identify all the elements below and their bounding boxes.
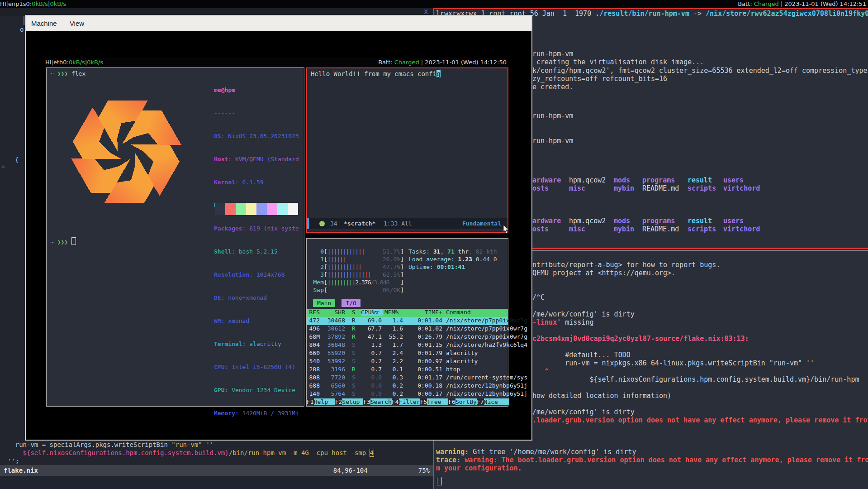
vm-terminal-window[interactable]: ~ ❯❯❯ flex: [46, 67, 304, 407]
htop-tab-main[interactable]: Main: [313, 299, 335, 307]
terminal-line: trace: warning: The boot.loader.grub.ver…: [436, 456, 868, 465]
vm-battery-status: Charged: [394, 59, 419, 66]
code-line: ${self.nixosConfigurations.hpm.config.sy…: [0, 449, 374, 457]
menu-machine[interactable]: Machine: [26, 16, 62, 31]
fkey-tree[interactable]: F5Tree: [420, 398, 449, 405]
vm-battery-clock: Batt: Charged | 2023-11-01 (Wed) 14:12:5…: [378, 58, 508, 67]
code-fragment: {: [15, 156, 19, 163]
terminal-line: QEMU project at <https://qemu.org>.: [532, 269, 675, 278]
qemu-vm-window[interactable]: Machine View HI | eth0: 0kB/s|0kB/s Batt…: [25, 15, 532, 441]
process-row[interactable]: 49630612R67.71.60:01.02/nix/store/p7pp0i…: [307, 325, 508, 333]
warning-icon: ⚠: [1, 163, 5, 169]
terminal-line: warning: Git tree '/home/me/work/config'…: [436, 448, 636, 456]
process-row[interactable]: 47230468R69.01.40:01.04/nix/store/p7pp0i…: [307, 317, 508, 325]
fkey-help[interactable]: F1Help: [307, 398, 335, 405]
process-row[interactable]: 6886560S0.00.20:00.18/nix/store/12bynbp6…: [307, 382, 508, 390]
vm-display[interactable]: HI | eth0: 0kB/s|0kB/s Batt: Charged | 2…: [45, 58, 508, 406]
terminal-line: k/config/hpm.qcow2', fmt=qcow2 cluster_s…: [532, 67, 868, 75]
cpu-meter-3: 3[||||||||||||||62.5%]: [312, 271, 404, 278]
terminal-line: /^C: [532, 293, 545, 302]
host-status-bar: HI | enp1s0: 0kB/s|0kB/s Batt: Charged |…: [0, 0, 868, 8]
ls-output-row: ardwarehpm.qcow2modsprogramsresultusers: [532, 217, 744, 225]
modeline-major-mode: Fundamental: [462, 218, 501, 229]
terminal-line: .loader.grub.version option does not hav…: [532, 416, 868, 425]
vm-datetime: 2023-11-01 (Wed) 14:12:50: [425, 59, 507, 66]
host-battery-clock: Batt: Charged | 2023-11-01 (Wed) 14:12:5…: [738, 0, 868, 8]
nixos-logo: [48, 77, 204, 227]
battery-status: Charged: [754, 0, 779, 7]
htop-tab-io[interactable]: I/O: [342, 299, 360, 307]
vm-emacs-window[interactable]: Hello World!! from my emacs config 34 *s…: [306, 67, 508, 233]
terminal-line: m your configuration.: [436, 464, 522, 473]
neofetch-separator: ------: [214, 109, 299, 117]
host-net-tx: 0kB/s: [50, 0, 66, 8]
terminal-line: run-hpm-vm: [532, 50, 573, 58]
terminal-line: run-hpm-vm: [532, 112, 573, 120]
text-cursor: 4: [370, 449, 374, 456]
cpu-meter-2: 2[|||||||||||47.7%]: [312, 264, 404, 270]
ls-output-row: ostsmiscmybinREADME.mdscriptsvirtchord: [532, 184, 760, 193]
process-row[interactable]: 66055920S0.72.40:01.79alacritty: [307, 350, 508, 358]
vm-net-rx: 0kB/s: [69, 58, 85, 67]
terminal-line: ${self.nixosConfigurations.hpm.config.sy…: [532, 375, 859, 384]
fkey-setup[interactable]: F2Setup: [335, 398, 364, 405]
code-fragment: o: [20, 26, 24, 33]
ls-output-row: ostsmiscmybinREADME.mdscriptsvirtchord: [532, 225, 760, 234]
terminal-cursor: [505, 398, 509, 405]
vm-htop-window[interactable]: 0[||||||||||||51.7%] 1[||||||26.0%] 2[||…: [306, 238, 508, 407]
tasks-summary: Tasks: 31, 71 thr, 82 kth: [408, 248, 497, 255]
terminal-line: run-hpm-vm: [532, 137, 573, 145]
process-row[interactable]: 68M37892R47.155.20:26.79/nix/store/p7pp0…: [307, 333, 508, 341]
host-datetime: 2023-11-01 (Wed) 14:12:51: [784, 0, 866, 7]
code-line: '';: [0, 457, 19, 465]
fkey-nice[interactable]: F7Nice: [477, 398, 505, 405]
emacs-cursor: g: [436, 70, 440, 77]
menu-view[interactable]: View: [64, 16, 90, 31]
shell-prompt: ~ ❯❯❯: [50, 237, 76, 245]
fkey-filter[interactable]: F4Filter: [392, 398, 420, 405]
uptime: Uptime: 00:01:41: [408, 264, 465, 270]
terminal-line: -linux' missing: [532, 318, 593, 327]
fkey-sortby[interactable]: F6SortBy: [448, 398, 477, 405]
modeline-buffer-name: *scratch*: [344, 218, 375, 229]
vm-status-bar: HI | eth0: 0kB/s|0kB/s Batt: Charged | 2…: [45, 58, 508, 67]
fkey-search[interactable]: F3Search: [363, 398, 392, 405]
editor-echo-area: [0, 476, 433, 489]
modeline-position: 1:33 All: [384, 218, 412, 229]
ls-output-row: ardwarehpm.qcow2modsprogramsresultusers: [532, 176, 744, 185]
process-row[interactable]: 1405764S0.00.20:00.17/nix/store/12bynbp6…: [307, 390, 508, 398]
vm-net-tx: 0kB/s: [87, 58, 103, 67]
htop-table-header[interactable]: RES SHR S CPU%▽ MEM% TIME+ Command: [307, 309, 508, 317]
host-title: HI: [0, 0, 6, 8]
process-row[interactable]: 2883196R0.70.10:00.51htop: [307, 366, 508, 374]
shell-prompt: ~ ❯❯❯ flex: [50, 70, 85, 77]
terminal-line: /me/work/config' is dirty: [532, 310, 635, 319]
desktop: HI | enp1s0: 0kB/s|0kB/s Batt: Charged |…: [0, 0, 868, 489]
terminal-color-palette: [215, 203, 298, 215]
code-line: run-vm = specialArgs.pkgs.writeScriptBin…: [0, 441, 213, 449]
editor-modeline: flake.nix 84,96-104 75%: [0, 465, 433, 476]
cpu-meter-0: 0[||||||||||||51.7%]: [312, 248, 404, 255]
neofetch-user-host: me@hpm: [214, 86, 299, 94]
process-row[interactable]: 54053992S0.72.20:00.97alacritty: [307, 358, 508, 366]
terminal-cursor: [71, 237, 76, 245]
terminal-line: ^: [532, 367, 549, 376]
terminal-cursor: [437, 477, 442, 485]
qemu-menu-bar: Machine View: [26, 16, 531, 31]
terminal-line: e created.: [532, 83, 573, 91]
modeline-line-number: 34: [330, 218, 337, 229]
process-row[interactable]: 8087720S0.00.30:01.17/run/current-system…: [307, 374, 508, 382]
process-row[interactable]: 80436848S1.31.70:01.15/nix/store/ha2fv9k…: [307, 341, 508, 350]
terminal-line: run-vm = nixpkgs.x86_64-linux.pkgs.write…: [532, 359, 814, 368]
cpu-meter-1: 1[||||||26.0%]: [312, 256, 404, 263]
modeline-accent-bar: [307, 218, 309, 229]
terminal-line: creating the virtualisation disk image..…: [532, 58, 704, 67]
swap-meter: Swp[0K/0K]: [312, 287, 404, 293]
buffer-state-icon: [319, 221, 325, 226]
modeline-scroll-percent: 75%: [418, 465, 430, 476]
terminal-line: ntribute/report-a-bug> for how to report…: [532, 261, 720, 269]
terminal-line: how detailed location information): [532, 392, 671, 400]
terminal-line: zy_refcounts=off refcount_bits=16: [532, 75, 667, 83]
terminal-line: c2bcsm4xmj0vd0capi9q2yc0yzl87-source/fla…: [532, 335, 749, 343]
neofetch-output: me@hpm ------ OS: NixOS 23.05.20231023 H…: [214, 71, 299, 432]
